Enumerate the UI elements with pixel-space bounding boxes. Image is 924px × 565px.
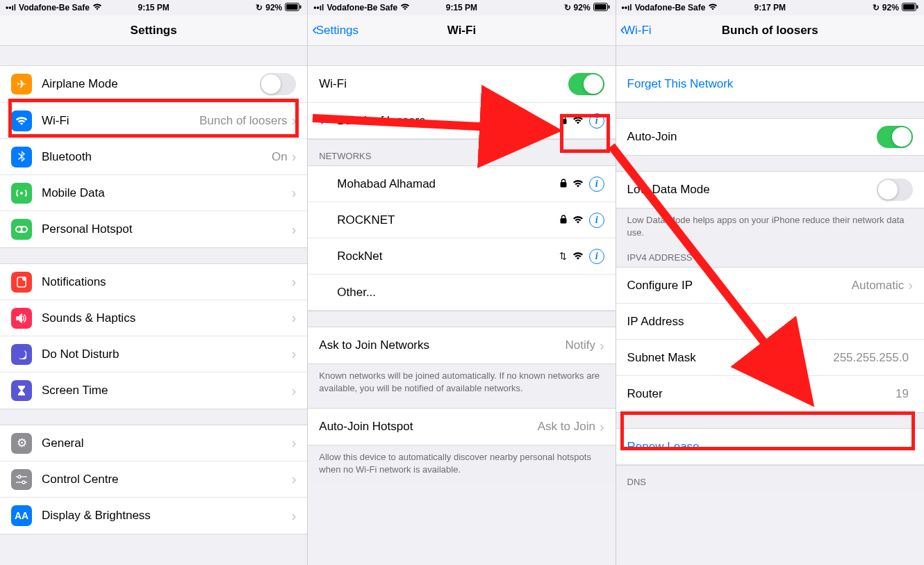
autojoin-value: Ask to Join	[538, 420, 595, 434]
network-row[interactable]: RockNet ⇅ i	[308, 238, 615, 275]
notifications-icon	[11, 272, 32, 293]
back-button[interactable]: ‹ Wi-Fi	[620, 22, 652, 39]
info-icon[interactable]: i	[589, 249, 604, 264]
renew-lease-link[interactable]: Renew Lease	[616, 429, 924, 465]
nav-bar: ‹ Wi-Fi Bunch of loosers	[616, 15, 924, 46]
status-bar: ••ıl Vodafone-Be Safe 9:15 PM ↻ 92%	[308, 0, 615, 15]
subnet-label: Subnet Mask	[627, 351, 834, 365]
chevron-right-icon: ›	[908, 277, 913, 293]
svg-rect-18	[903, 4, 915, 10]
row-dnd[interactable]: Do Not Disturb ›	[0, 336, 307, 372]
row-mobile-data[interactable]: Mobile Data ›	[0, 175, 307, 211]
wifi-status-icon	[708, 3, 718, 13]
autojoin-label: Auto-Join	[627, 130, 877, 144]
wifi-icon	[11, 110, 32, 131]
chevron-right-icon: ›	[292, 310, 297, 326]
signal-icon: ••ıl	[622, 3, 632, 13]
forget-network-link[interactable]: Forget This Network	[616, 66, 924, 102]
ask-footer: Known networks will be joined automatica…	[308, 364, 615, 401]
chevron-right-icon: ›	[292, 113, 297, 129]
chevron-right-icon: ›	[292, 185, 297, 201]
chevron-right-icon: ›	[292, 346, 297, 362]
wifi-toggle-row[interactable]: Wi-Fi	[308, 66, 615, 103]
screentime-label: Screen Time	[42, 384, 292, 398]
status-bar: ••ıl Vodafone-Be Safe 9:15 PM ↻ 92%	[0, 0, 307, 15]
time-label: 9:17 PM	[754, 3, 786, 13]
dnd-label: Do Not Disturb	[42, 347, 292, 361]
other-network-row[interactable]: Other...	[308, 275, 615, 311]
info-icon[interactable]: i	[589, 113, 604, 129]
svg-point-5	[18, 475, 21, 478]
autojoin-hotspot-row[interactable]: Auto-Join Hotspot Ask to Join ›	[308, 409, 615, 445]
info-icon[interactable]: i	[589, 177, 604, 192]
row-airplane[interactable]: ✈︎ Airplane Mode	[0, 66, 307, 103]
wifi-status-icon	[400, 3, 410, 13]
svg-rect-19	[916, 5, 918, 8]
row-wifi[interactable]: Wi-Fi Bunch of loosers ›	[0, 103, 307, 139]
lowdata-label: Low Data Mode	[627, 183, 877, 197]
row-bluetooth[interactable]: Bluetooth On ›	[0, 139, 307, 175]
wifi-signal-icon	[572, 179, 584, 190]
other-label: Other...	[337, 286, 604, 300]
time-label: 9:15 PM	[446, 3, 477, 13]
chevron-right-icon: ›	[292, 149, 297, 165]
page-title: Wi-Fi	[447, 24, 476, 38]
signal-icon: ••ıl	[6, 3, 16, 13]
ipv4-header: IPV4 ADDRESS	[616, 245, 924, 267]
general-label: General	[42, 436, 292, 450]
back-label: Settings	[316, 24, 358, 38]
carrier-label: Vodafone-Be Safe	[635, 3, 706, 13]
subnet-value: 255.255.255.0	[833, 351, 909, 365]
airplane-toggle[interactable]	[260, 73, 296, 95]
page-title: Settings	[131, 24, 177, 38]
hotspot-source-icon: ⇅	[559, 251, 567, 261]
row-general[interactable]: ⚙︎ General ›	[0, 425, 307, 461]
row-control-centre[interactable]: Control Centre ›	[0, 461, 307, 498]
network-row[interactable]: ROCKNET i	[308, 202, 615, 238]
row-screentime[interactable]: Screen Time ›	[0, 372, 307, 409]
time-label: 9:15 PM	[138, 3, 169, 13]
row-display[interactable]: AA Display & Brightness ›	[0, 498, 307, 534]
chevron-right-icon: ›	[600, 419, 604, 435]
lock-icon	[560, 115, 567, 126]
pane-network-detail: ••ıl Vodafone-Be Safe 9:17 PM ↻ 92% ‹ Wi…	[616, 0, 924, 565]
row-sounds[interactable]: Sounds & Haptics ›	[0, 300, 307, 336]
wifi-value: Bunch of loosers	[199, 114, 288, 128]
bluetooth-label: Bluetooth	[42, 150, 272, 164]
chevron-right-icon: ›	[292, 383, 297, 399]
checkmark-icon: ✓	[319, 113, 337, 129]
row-notifications[interactable]: Notifications ›	[0, 264, 307, 300]
ask-to-join-row[interactable]: Ask to Join Networks Notify ›	[308, 327, 615, 363]
ip-address-label: IP Address	[627, 315, 913, 329]
chevron-right-icon: ›	[292, 274, 297, 290]
networks-header: NETWORKS	[308, 140, 615, 165]
autojoin-row[interactable]: Auto-Join	[616, 119, 924, 155]
antenna-icon	[11, 183, 32, 204]
configure-ip-row[interactable]: Configure IP Automatic ›	[616, 268, 924, 304]
hourglass-icon	[11, 380, 32, 401]
info-icon[interactable]: i	[589, 213, 604, 228]
autojoin-toggle[interactable]	[877, 126, 913, 148]
signal-icon: ••ıl	[313, 3, 324, 13]
svg-rect-13	[608, 5, 609, 8]
notifications-label: Notifications	[42, 275, 292, 289]
subnet-row: Subnet Mask 255.255.255.0	[616, 340, 924, 376]
nav-bar: Settings	[0, 15, 307, 46]
carrier-label: Vodafone-Be Safe	[327, 3, 397, 13]
connected-network-label: Bunch of loosers	[337, 114, 559, 128]
router-row: Router 19	[616, 376, 924, 412]
battery-label: 92%	[574, 3, 591, 13]
back-button[interactable]: ‹ Settings	[312, 22, 358, 39]
lowdata-toggle[interactable]	[877, 179, 913, 201]
row-hotspot[interactable]: Personal Hotspot ›	[0, 211, 307, 247]
router-value: 19	[896, 387, 909, 401]
autojoin-label: Auto-Join Hotspot	[319, 420, 537, 434]
svg-rect-2	[300, 5, 302, 8]
back-label: Wi-Fi	[624, 24, 652, 38]
network-row[interactable]: Mohabad Alhamad i	[308, 166, 615, 202]
connected-network-row[interactable]: ✓ Bunch of loosers i	[308, 103, 615, 139]
hotspot-icon	[11, 219, 32, 240]
dns-header: DNS	[616, 466, 924, 491]
wifi-toggle[interactable]	[568, 73, 604, 95]
lowdata-row[interactable]: Low Data Mode	[616, 172, 924, 208]
